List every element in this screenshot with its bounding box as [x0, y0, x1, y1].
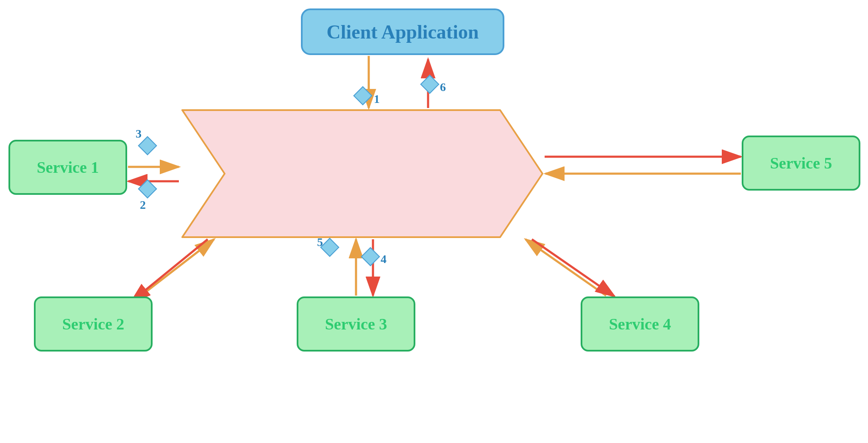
- diagram: Client Application Service 1 Service 2 S…: [0, 0, 868, 443]
- client-label: Client Application: [326, 21, 479, 43]
- diamond-3-label: 3: [136, 127, 142, 141]
- service4-label: Service 4: [609, 315, 671, 333]
- svg-line-16: [532, 239, 615, 296]
- diamond-5-label: 5: [317, 235, 323, 249]
- svg-marker-4: [182, 110, 542, 237]
- diamond-4-label: 4: [381, 252, 387, 266]
- service1-label: Service 1: [37, 158, 99, 177]
- diamond-1: [353, 86, 372, 105]
- diamond-6-label: 6: [440, 80, 446, 94]
- service3-node: Service 3: [297, 296, 415, 352]
- svg-line-15: [526, 239, 606, 296]
- diamond-1-label: 1: [374, 92, 380, 106]
- diamond-5: [320, 238, 339, 257]
- svg-line-12: [131, 239, 208, 302]
- service2-label: Service 2: [62, 315, 125, 333]
- service3-label: Service 3: [325, 315, 387, 333]
- service5-label: Service 5: [770, 154, 832, 172]
- diamond-2-label: 2: [140, 198, 146, 212]
- diamond-2: [138, 179, 157, 198]
- diamond-4: [361, 247, 380, 266]
- service1-node: Service 1: [8, 140, 127, 195]
- service2-node: Service 2: [34, 296, 153, 352]
- svg-line-11: [140, 239, 214, 296]
- client-application-node: Client Application: [301, 8, 504, 55]
- service5-node: Service 5: [742, 136, 860, 191]
- service4-node: Service 4: [581, 296, 699, 352]
- diamond-6: [420, 75, 439, 94]
